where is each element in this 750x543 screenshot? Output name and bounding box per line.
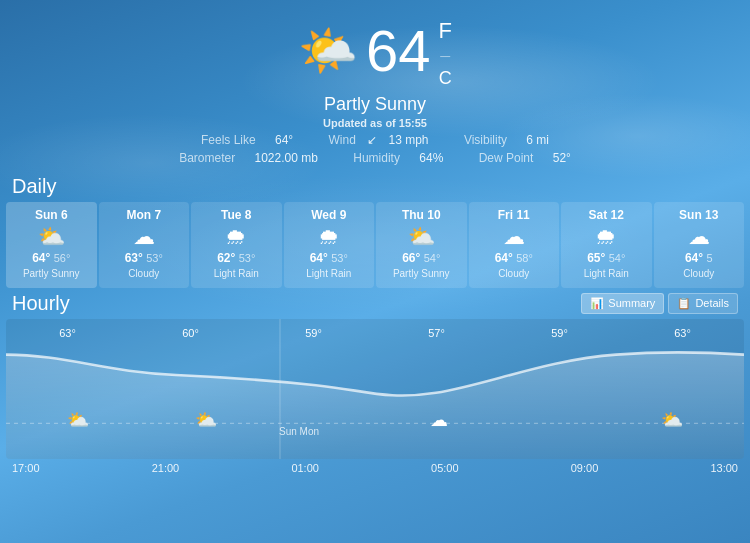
update-time: Updated as of 15:55 bbox=[0, 117, 750, 129]
hourly-icon-3: ☁ bbox=[430, 409, 448, 431]
hourly-icon-0: ⛅ bbox=[67, 409, 89, 431]
daily-card-5[interactable]: Fri 11 ☁ 64° 58° Cloudy bbox=[469, 202, 560, 288]
daily-icon-6: 🌧 bbox=[565, 226, 648, 248]
hourly-temp-3: 57° bbox=[428, 327, 445, 339]
details-button[interactable]: 📋 Details bbox=[668, 293, 738, 314]
daily-icon-1: ☁ bbox=[103, 226, 186, 248]
daily-section-title: Daily bbox=[0, 171, 750, 202]
header-main: 🌤️ 64 F ─ C bbox=[0, 10, 750, 92]
daily-grid: Sun 6 ⛅ 64° 56° Partly Sunny Mon 7 ☁ 63°… bbox=[0, 202, 750, 288]
list-icon: 📋 bbox=[677, 297, 691, 310]
sun-mon-label: Sun Mon bbox=[279, 426, 319, 437]
unit-f[interactable]: F bbox=[439, 16, 452, 47]
daily-day-4: Thu 10 bbox=[380, 208, 463, 222]
temperature-units: F ─ C bbox=[439, 10, 452, 92]
hourly-icon-5: ⛅ bbox=[661, 409, 683, 431]
hourly-buttons: 📊 Summary 📋 Details bbox=[581, 293, 738, 314]
hourly-temp-1: 60° bbox=[182, 327, 199, 339]
daily-desc-1: Cloudy bbox=[103, 268, 186, 280]
hourly-section-title: Hourly bbox=[12, 292, 70, 315]
hourly-temp-2: 59° bbox=[305, 327, 322, 339]
daily-day-0: Sun 6 bbox=[10, 208, 93, 222]
daily-temps-3: 64° 53° bbox=[288, 251, 371, 265]
daily-icon-7: ☁ bbox=[658, 226, 741, 248]
daily-icon-5: ☁ bbox=[473, 226, 556, 248]
daily-day-5: Fri 11 bbox=[473, 208, 556, 222]
daily-temps-6: 65° 54° bbox=[565, 251, 648, 265]
hour-label-3: 05:00 bbox=[431, 462, 459, 474]
hourly-temp-4: 59° bbox=[551, 327, 568, 339]
daily-icon-0: ⛅ bbox=[10, 226, 93, 248]
daily-desc-3: Light Rain bbox=[288, 268, 371, 280]
hourly-chart: 63°60°59°57°59°63° ⛅ ⛅ ☁ ⛅ bbox=[6, 319, 744, 459]
hour-labels: 17:0021:0001:0005:0009:0013:00 bbox=[0, 459, 750, 474]
current-temperature: 64 bbox=[366, 22, 431, 80]
current-condition: Partly Sunny bbox=[0, 94, 750, 115]
hourly-icons-row: ⛅ ⛅ ☁ ⛅ bbox=[6, 409, 744, 431]
daily-card-2[interactable]: Tue 8 🌧 62° 53° Light Rain bbox=[191, 202, 282, 288]
daily-temps-4: 66° 54° bbox=[380, 251, 463, 265]
daily-temps-1: 63° 53° bbox=[103, 251, 186, 265]
summary-button[interactable]: 📊 Summary bbox=[581, 293, 664, 314]
hour-label-5: 13:00 bbox=[710, 462, 738, 474]
daily-card-3[interactable]: Wed 9 🌧 64° 53° Light Rain bbox=[284, 202, 375, 288]
weather-app: 🌤️ 64 F ─ C Partly Sunny Updated as of 1… bbox=[0, 0, 750, 543]
daily-desc-7: Cloudy bbox=[658, 268, 741, 280]
current-weather-icon: 🌤️ bbox=[298, 27, 358, 75]
daily-temps-0: 64° 56° bbox=[10, 251, 93, 265]
daily-day-6: Sat 12 bbox=[565, 208, 648, 222]
daily-desc-2: Light Rain bbox=[195, 268, 278, 280]
daily-icon-3: 🌧 bbox=[288, 226, 371, 248]
unit-c[interactable]: C bbox=[439, 66, 452, 91]
daily-desc-0: Partly Sunny bbox=[10, 268, 93, 280]
hourly-icon-1: ⛅ bbox=[195, 409, 217, 431]
chart-icon: 📊 bbox=[590, 297, 604, 310]
daily-card-4[interactable]: Thu 10 ⛅ 66° 54° Partly Sunny bbox=[376, 202, 467, 288]
daily-desc-6: Light Rain bbox=[565, 268, 648, 280]
hourly-temp-5: 63° bbox=[674, 327, 691, 339]
daily-desc-4: Partly Sunny bbox=[380, 268, 463, 280]
daily-card-7[interactable]: Sun 13 ☁ 64° 5 Cloudy bbox=[654, 202, 745, 288]
daily-card-6[interactable]: Sat 12 🌧 65° 54° Light Rain bbox=[561, 202, 652, 288]
daily-icon-4: ⛅ bbox=[380, 226, 463, 248]
daily-icon-2: 🌧 bbox=[195, 226, 278, 248]
weather-details-row2: Barometer 1022.00 mb Humidity 64% Dew Po… bbox=[0, 151, 750, 165]
temp-labels: 63°60°59°57°59°63° bbox=[6, 327, 744, 339]
daily-day-1: Mon 7 bbox=[103, 208, 186, 222]
daily-temps-7: 64° 5 bbox=[658, 251, 741, 265]
weather-header: 🌤️ 64 F ─ C Partly Sunny Updated as of 1… bbox=[0, 0, 750, 171]
hour-label-2: 01:00 bbox=[291, 462, 319, 474]
hourly-temp-0: 63° bbox=[59, 327, 76, 339]
chart-svg bbox=[6, 319, 744, 459]
daily-temps-5: 64° 58° bbox=[473, 251, 556, 265]
hour-label-4: 09:00 bbox=[571, 462, 599, 474]
weather-details-row1: Feels Like 64° Wind ↙ 13 mph Visibility … bbox=[0, 133, 750, 147]
daily-day-3: Wed 9 bbox=[288, 208, 371, 222]
daily-desc-5: Cloudy bbox=[473, 268, 556, 280]
daily-day-2: Tue 8 bbox=[195, 208, 278, 222]
daily-day-7: Sun 13 bbox=[658, 208, 741, 222]
daily-temps-2: 62° 53° bbox=[195, 251, 278, 265]
hourly-header: Hourly 📊 Summary 📋 Details bbox=[0, 288, 750, 319]
hour-label-0: 17:00 bbox=[12, 462, 40, 474]
hour-label-1: 21:00 bbox=[152, 462, 180, 474]
daily-card-1[interactable]: Mon 7 ☁ 63° 53° Cloudy bbox=[99, 202, 190, 288]
daily-card-0[interactable]: Sun 6 ⛅ 64° 56° Partly Sunny bbox=[6, 202, 97, 288]
